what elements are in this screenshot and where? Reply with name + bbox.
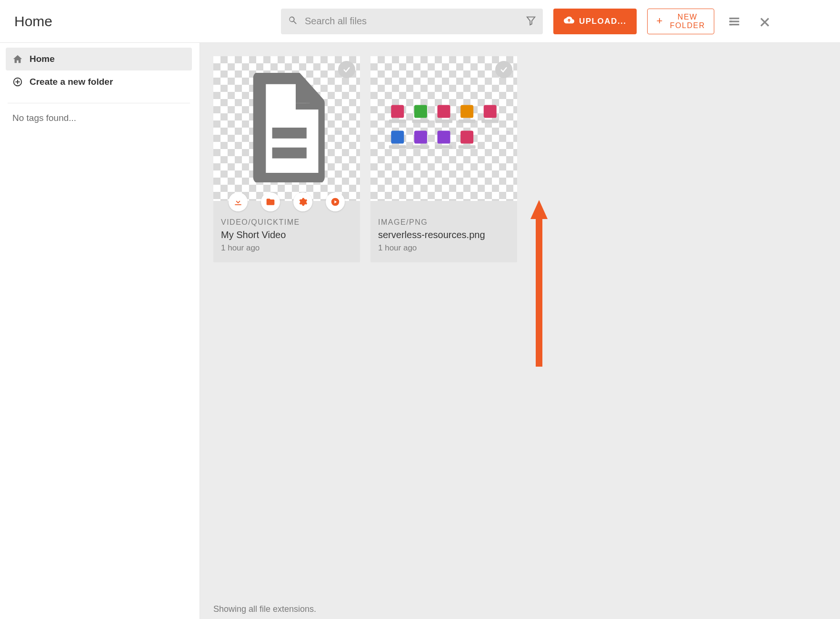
sidebar-item-home[interactable]: Home <box>6 48 192 70</box>
main-panel: VIDEO/QUICKTIME My Short Video 1 hour ag… <box>200 43 840 619</box>
sidebar-item-label: Create a new folder <box>30 77 113 87</box>
upload-label: UPLOAD... <box>579 17 626 26</box>
plus-icon: + <box>656 15 663 27</box>
sidebar: Home Create a new folder No tags found..… <box>0 43 200 619</box>
search-input[interactable] <box>298 16 526 27</box>
file-thumbnail <box>213 56 360 201</box>
card-actions <box>213 192 360 211</box>
file-title: serverless-resources.png <box>378 230 510 240</box>
filter-icon[interactable] <box>526 15 536 28</box>
file-time: 1 hour ago <box>221 243 352 253</box>
svg-rect-6 <box>272 128 307 139</box>
sidebar-item-create-folder[interactable]: Create a new folder <box>6 70 192 93</box>
download-button[interactable] <box>229 192 248 211</box>
file-type: IMAGE/PNG <box>378 218 510 227</box>
svg-rect-7 <box>272 148 307 159</box>
home-icon <box>12 54 24 64</box>
new-folder-button[interactable]: + NEWFOLDER <box>647 9 714 34</box>
file-icon <box>241 73 332 184</box>
file-type: VIDEO/QUICKTIME <box>221 218 352 227</box>
file-card[interactable]: VIDEO/QUICKTIME My Short Video 1 hour ag… <box>213 56 360 262</box>
move-button[interactable] <box>261 192 280 211</box>
upload-button[interactable]: UPLOAD... <box>553 9 637 34</box>
page-title: Home <box>14 13 281 30</box>
svg-marker-0 <box>527 17 535 24</box>
play-button[interactable] <box>326 192 345 211</box>
cloud-upload-icon <box>564 15 574 28</box>
search-box[interactable] <box>281 9 543 34</box>
file-grid: VIDEO/QUICKTIME My Short Video 1 hour ag… <box>200 43 840 276</box>
plus-circle-icon <box>12 77 24 87</box>
image-preview <box>388 105 500 152</box>
header-toolbar: Home UPLOAD... + NEWFOLDER <box>0 0 840 43</box>
footer-note: Showing all file extensions. <box>213 604 316 614</box>
file-title: My Short Video <box>221 230 352 240</box>
divider <box>8 103 190 103</box>
file-card[interactable]: IMAGE/PNG serverless-resources.png 1 hou… <box>370 56 517 262</box>
new-folder-label: NEWFOLDER <box>670 13 705 30</box>
select-toggle[interactable] <box>338 61 355 78</box>
sidebar-item-label: Home <box>30 54 55 64</box>
no-tags-text: No tags found... <box>6 113 192 123</box>
search-icon <box>288 15 298 28</box>
file-time: 1 hour ago <box>378 243 510 253</box>
select-toggle[interactable] <box>495 61 512 78</box>
close-icon[interactable] <box>754 11 775 32</box>
file-thumbnail <box>370 56 517 201</box>
list-view-icon[interactable] <box>724 11 745 32</box>
settings-button[interactable] <box>293 192 312 211</box>
